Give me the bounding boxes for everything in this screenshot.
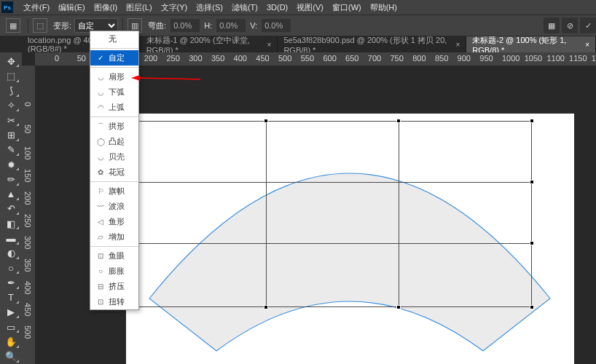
handle-br[interactable]: [530, 305, 534, 309]
wave-icon: 〰: [96, 202, 105, 211]
eyedropper-tool[interactable]: ✎: [2, 143, 20, 157]
shape-tool[interactable]: ▭: [2, 320, 20, 333]
cancel-btn[interactable]: ⊘: [562, 17, 578, 33]
upper-arc-icon: ◠: [96, 103, 105, 112]
handle-t1[interactable]: [264, 119, 268, 123]
menu-bar: Ps 文件(F) 编辑(E) 图像(I) 图层(L) 文字(Y) 选择(S) 滤…: [0, 0, 596, 15]
grid-btn[interactable]: ▦: [544, 17, 560, 33]
v-label: V:: [250, 21, 257, 30]
menu-help[interactable]: 帮助(H): [366, 2, 401, 13]
eraser-tool[interactable]: ◧: [2, 217, 20, 230]
rise-icon: ▱: [96, 233, 105, 242]
v-field[interactable]: 0.0%: [262, 19, 291, 32]
fisheye-icon: ⊡: [96, 252, 105, 261]
brush-tool[interactable]: ✏: [2, 173, 20, 186]
pen-tool[interactable]: ✒: [2, 276, 20, 289]
fan-icon: ◡: [96, 73, 105, 82]
handle-t2[interactable]: [396, 119, 401, 123]
zoom-tool[interactable]: 🔍: [2, 350, 20, 363]
h-field[interactable]: 0.0%: [216, 19, 246, 32]
svg-marker-1: [131, 76, 140, 81]
inflate-icon: ○: [96, 267, 105, 276]
warp-fisheye[interactable]: ⊡鱼眼: [90, 248, 138, 264]
flag-icon: ⚐: [96, 187, 105, 196]
stamp-tool[interactable]: ▲: [2, 188, 20, 201]
warp-none[interactable]: 无: [90, 31, 138, 47]
svg-line-0: [137, 78, 200, 79]
bend-field[interactable]: 0.0%: [170, 19, 200, 32]
bend-label: 弯曲:: [148, 20, 166, 31]
healing-tool[interactable]: ✹: [2, 158, 20, 171]
warp-corolla[interactable]: ✿花冠: [90, 165, 138, 180]
squeeze-icon: ⊟: [96, 282, 105, 291]
warp-custom[interactable]: ✓自定: [90, 50, 138, 66]
ruler-vertical[interactable]: 050100150200250300350400450500: [22, 66, 35, 364]
marquee-tool[interactable]: ⬚: [2, 69, 20, 82]
commit-btn[interactable]: ✓: [580, 17, 596, 33]
menu-file[interactable]: 文件(F): [19, 2, 54, 13]
handle-mr2[interactable]: [530, 241, 534, 245]
close-icon[interactable]: ×: [455, 41, 460, 49]
menu-view[interactable]: 视图(V): [292, 2, 328, 13]
menu-select[interactable]: 选择(S): [192, 2, 227, 13]
dodge-tool[interactable]: ○: [2, 261, 20, 274]
menu-edit[interactable]: 编辑(E): [54, 2, 90, 13]
handle-b1[interactable]: [264, 305, 268, 309]
menu-type[interactable]: 文字(Y): [157, 2, 192, 13]
menu-window[interactable]: 窗口(W): [328, 2, 366, 13]
tab-2[interactable]: 未标题-1 @ 200% (空中课堂, RGB/8) *×: [141, 36, 278, 52]
warp-inflate[interactable]: ○膨胀: [90, 264, 138, 279]
transform-bounding-box[interactable]: [133, 121, 532, 307]
tool-preset-icon[interactable]: ▦: [6, 18, 20, 33]
path-select-tool[interactable]: ▶: [2, 306, 20, 319]
menu-image[interactable]: 图像(I): [90, 2, 122, 13]
warp-toggle-icon[interactable]: ⬚: [33, 18, 47, 33]
frame-tool[interactable]: ⊞: [2, 128, 20, 141]
handle-mr1[interactable]: [530, 180, 534, 184]
tab-4[interactable]: 未标题-2 @ 100% (矩形 1, RGB/8) *×: [466, 36, 596, 52]
crop-tool[interactable]: ✂: [2, 114, 20, 127]
warp-fish[interactable]: ◁鱼形: [90, 214, 138, 229]
menu-3d[interactable]: 3D(D): [262, 3, 292, 12]
handle-b2[interactable]: [396, 305, 401, 309]
warp-bulge[interactable]: ◯凸起: [90, 134, 138, 149]
gradient-tool[interactable]: ▬: [2, 232, 20, 245]
app-logo: Ps: [1, 1, 13, 13]
warp-rise[interactable]: ▱增加: [90, 229, 138, 245]
menu-layer[interactable]: 图层(L): [122, 2, 156, 13]
corolla-icon: ✿: [96, 168, 105, 177]
magic-wand-tool[interactable]: ✧: [2, 99, 20, 112]
warp-dropdown[interactable]: 无 ✓自定 ◡扇形 ◡下弧 ◠上弧 ⌒拱形 ◯凸起 ◡贝壳 ✿花冠 ⚐旗帜 〰波…: [90, 31, 139, 310]
menu-filter[interactable]: 滤镜(T): [227, 2, 262, 13]
arch-icon: ⌒: [96, 122, 105, 131]
bulge-icon: ◯: [96, 138, 105, 146]
warp-wave[interactable]: 〰波浪: [90, 199, 138, 214]
hand-tool[interactable]: ✋: [2, 335, 20, 348]
lasso-tool[interactable]: ⟆: [2, 84, 20, 98]
warp-squeeze[interactable]: ⊟挤压: [90, 279, 138, 294]
warp-shell[interactable]: ◡贝壳: [90, 149, 138, 165]
tab-3[interactable]: 5e5a3f828b900.psd @ 200% (形状 1 拷贝 20, RG…: [278, 36, 466, 52]
close-icon[interactable]: ×: [585, 41, 589, 49]
h-label: H:: [204, 21, 212, 30]
history-brush-tool[interactable]: ↶: [2, 202, 20, 215]
move-tool[interactable]: ✥: [2, 55, 20, 68]
warp-twist[interactable]: ⊡扭转: [90, 294, 138, 309]
warp-flag[interactable]: ⚐旗帜: [90, 183, 138, 199]
warp-label: 变形:: [53, 20, 71, 31]
annotation-arrow: [131, 76, 204, 90]
tool-bar: ✥ ⬚ ⟆ ✧ ✂ ⊞ ✎ ✹ ✏ ▲ ↶ ◧ ▬ ◐ ○ ✒ T ▶ ▭ ✋ …: [0, 52, 22, 364]
warp-arch[interactable]: ⌒拱形: [90, 119, 138, 134]
blur-tool[interactable]: ◐: [2, 247, 20, 260]
warp-upper-arc[interactable]: ◠上弧: [90, 100, 138, 115]
shell-icon: ◡: [96, 153, 105, 162]
twist-icon: ⊡: [96, 298, 105, 306]
type-tool[interactable]: T: [2, 291, 20, 304]
close-icon[interactable]: ×: [267, 41, 272, 49]
fish-icon: ◁: [96, 218, 105, 226]
lower-arc-icon: ◡: [96, 88, 105, 97]
handle-tr[interactable]: [530, 119, 534, 123]
